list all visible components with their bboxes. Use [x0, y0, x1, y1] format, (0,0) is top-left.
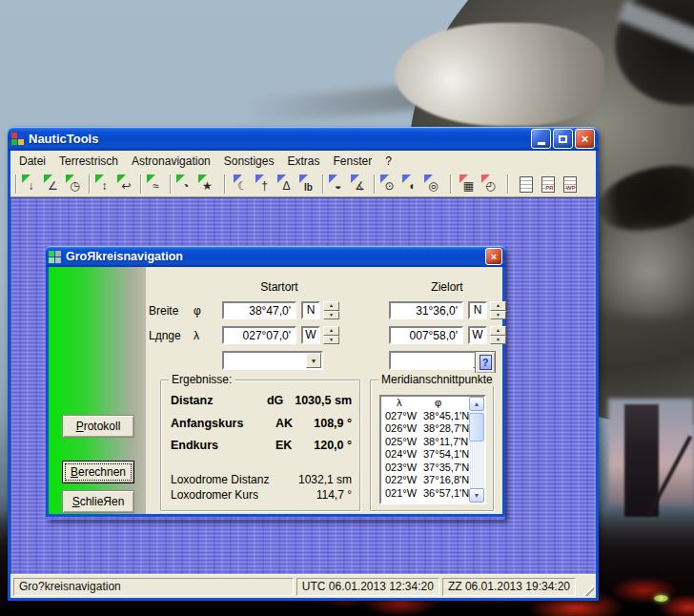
index-body-icon[interactable]: Ib — [297, 174, 319, 195]
toolbar-separator — [170, 175, 172, 194]
sun-altitude-icon[interactable]: ↓ — [20, 174, 42, 195]
start-place-combobox[interactable]: ▼ — [222, 351, 323, 370]
toolbar-separator — [224, 175, 226, 194]
menu-sonstiges[interactable]: Sonstiges — [217, 152, 281, 171]
ziel-lat-hemisphere: N — [468, 301, 487, 319]
updown-transit-icon[interactable]: ↕ — [93, 174, 115, 195]
sextant-angle-icon[interactable]: ∡ — [349, 174, 371, 195]
mdi-client-area: GroЯkreisnavigation × Startort Zielort B… — [10, 197, 596, 574]
protocol-pad-icon[interactable] — [515, 174, 537, 195]
maximize-button[interactable] — [553, 129, 573, 149]
sun-limb-icon[interactable]: ⊙ — [378, 174, 400, 195]
chevron-down-icon[interactable]: ▼ — [306, 353, 321, 368]
maximize-icon — [559, 135, 567, 143]
toolbar: ↓ ∠ ◷ ↕ ↩ ≈ ◔ ★ ☾ † Δ Ib ◒ ∡ ⊙ ◖ ◎ ▦ ◴ — [10, 172, 596, 197]
wp-document-icon[interactable]: WP — [559, 174, 581, 195]
bearing-angle-icon[interactable]: ∠ — [42, 174, 64, 195]
window-title: NauticTools — [29, 132, 529, 146]
minimize-icon — [538, 142, 545, 145]
dialog-icon — [49, 251, 61, 263]
start-place-combo-input[interactable] — [224, 353, 306, 368]
ziel-lat-spinner: ▲ ▼ — [490, 301, 506, 319]
menu-fenster[interactable]: Fenster — [326, 152, 378, 171]
start-lat-input[interactable] — [222, 301, 296, 319]
pr-document-icon[interactable]: PR — [537, 174, 559, 195]
window-titlebar[interactable]: NauticTools × — [8, 127, 599, 151]
moon-sight-icon[interactable]: ☾ — [232, 174, 254, 195]
dialog-titlebar[interactable]: GroЯkreisnavigation × — [46, 246, 505, 267]
ziel-lon-spinner-up[interactable]: ▲ — [490, 326, 506, 336]
start-lon-hemisphere: W — [301, 326, 320, 344]
toolbar-separator — [15, 175, 17, 194]
help-button[interactable]: ? — [475, 351, 496, 374]
start-lat-hemisphere: N — [301, 301, 320, 319]
menu-astronavigation[interactable]: Astronavigation — [125, 152, 217, 171]
ziel-lat-spinner-down[interactable]: ▼ — [490, 311, 506, 320]
start-lon-input[interactable] — [222, 326, 296, 344]
toolbar-separator — [374, 175, 376, 194]
toolbar-separator — [89, 175, 91, 194]
horizon-dip-icon[interactable]: ◒ — [327, 174, 349, 195]
almanac-clock-icon[interactable]: ◴ — [480, 174, 501, 195]
toolbar-separator — [450, 175, 452, 194]
start-lat-spinner-down[interactable]: ▼ — [323, 311, 339, 320]
ziel-lat-spinner-up[interactable]: ▲ — [490, 301, 506, 311]
ziel-lon-spinner-down[interactable]: ▼ — [490, 336, 506, 345]
status-bar: Gro?kreisnavigation UTC 06.01.2013 12:34… — [10, 574, 596, 598]
close-icon: × — [582, 133, 589, 145]
close-button[interactable]: × — [575, 129, 595, 149]
star-fix-icon[interactable]: ★ — [196, 174, 218, 195]
result-row-distanz: Distanz dG 1030,5 sm — [171, 394, 352, 417]
nautictools-window: NauticTools × Datei Terrestrisch Astrona… — [8, 127, 599, 601]
result-row-loxodromer-kurs: Loxodromer Kurs 114,7 ° — [171, 488, 352, 504]
meridian-legend: Meridianschnittpunkte — [378, 373, 496, 386]
schliessen-button[interactable]: SchlieЯen — [62, 490, 134, 513]
results-legend: Ergebnisse: — [169, 373, 235, 386]
start-lon-spinner-up[interactable]: ▲ — [323, 326, 339, 336]
ziel-place-combo-input[interactable] — [391, 353, 473, 368]
menu-help[interactable]: ? — [378, 152, 398, 171]
berechnen-button[interactable]: Berechnen — [62, 461, 134, 483]
scroll-down-icon[interactable]: ▼ — [469, 488, 484, 503]
start-lat-spinner-up[interactable]: ▲ — [323, 301, 339, 311]
planet-icon[interactable]: ◎ — [422, 174, 444, 195]
start-lat-spinner: ▲ ▼ — [323, 301, 339, 319]
scrollbar-thumb[interactable] — [469, 413, 484, 441]
moon-phase-icon[interactable]: ◔ — [174, 174, 196, 195]
result-row-anfangskurs: Anfangskurs AK 108,9 ° — [171, 417, 352, 440]
menu-extras[interactable]: Extras — [280, 152, 326, 171]
startort-header: Startort — [220, 280, 338, 294]
calculator-icon[interactable]: ▦ — [458, 174, 480, 195]
scroll-up-icon[interactable]: ▲ — [469, 397, 484, 411]
ziel-lat-input[interactable] — [389, 301, 463, 319]
breite-label: Breite — [149, 304, 178, 318]
help-icon: ? — [480, 355, 492, 370]
resize-grip[interactable] — [581, 583, 594, 596]
ziel-lon-hemisphere: W — [468, 326, 487, 344]
pr-page-icon: PR — [541, 176, 555, 193]
protokoll-button[interactable]: Protokoll — [62, 415, 134, 438]
meridian-listbox[interactable]: λ φ 027°W38°45,1'N 026°W38°28,7'N 025°W3… — [379, 395, 486, 504]
start-lon-spinner-down[interactable]: ▼ — [323, 336, 339, 345]
horizon-wave-icon[interactable]: ≈ — [145, 174, 167, 195]
course-return-icon[interactable]: ↩ — [115, 174, 137, 195]
meridian-scrollbar[interactable]: ▲ ▼ — [469, 397, 484, 503]
start-lon-spinner: ▲ ▼ — [323, 326, 339, 344]
results-groupbox: Ergebnisse: Distanz dG 1030,5 sm Anfangs… — [160, 380, 360, 511]
time-sight-icon[interactable]: ◷ — [64, 174, 86, 195]
boat-icon[interactable]: Δ — [276, 174, 297, 195]
dialog-close-button[interactable]: × — [485, 248, 502, 265]
minimize-button[interactable] — [531, 129, 551, 149]
nautictools-app-icon — [11, 133, 24, 145]
ziel-lon-spinner: ▲ ▼ — [490, 326, 506, 344]
anchor-icon[interactable]: † — [254, 174, 276, 195]
propeller-spinner-cone — [395, 23, 604, 126]
ziel-lon-input[interactable] — [389, 326, 463, 344]
menu-terrestrisch[interactable]: Terrestrisch — [52, 152, 125, 171]
menu-datei[interactable]: Datei — [12, 152, 52, 171]
wp-page-icon: WP — [563, 176, 577, 193]
toolbar-separator — [322, 175, 324, 194]
green-light-dot — [654, 595, 668, 602]
toolbar-separator — [507, 175, 509, 194]
moon-limb-icon[interactable]: ◖ — [400, 174, 422, 195]
